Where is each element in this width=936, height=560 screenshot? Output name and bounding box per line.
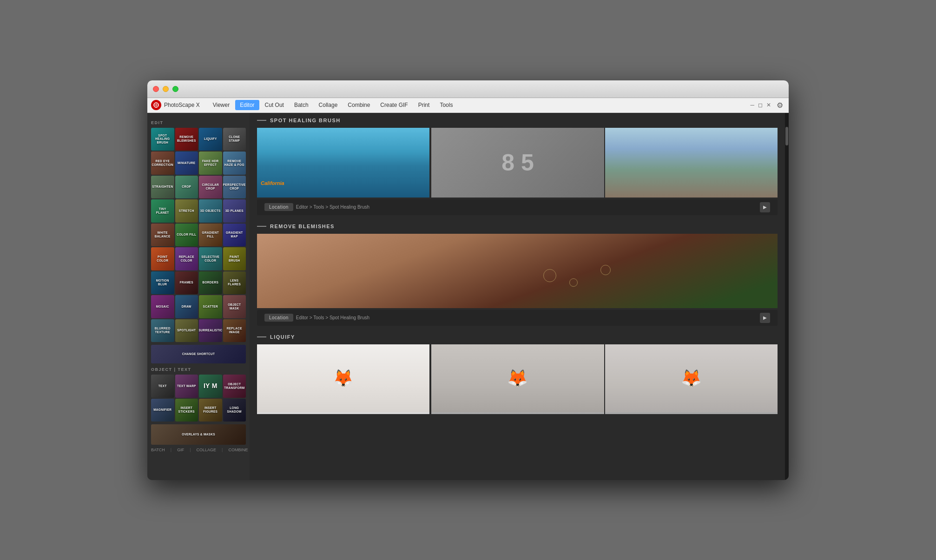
bottom-link-gif[interactable]: GIF bbox=[177, 448, 184, 452]
tool-selective-color[interactable]: SELECTIVE COLOR bbox=[199, 247, 222, 270]
tool-gradient-map[interactable]: GRADIENT MAP bbox=[223, 224, 246, 247]
tool-spot-healing[interactable]: SPOT HEALING BRUSH bbox=[151, 128, 174, 151]
tool-spotlight[interactable]: SPOTLIGHT bbox=[175, 319, 198, 343]
menu-viewer[interactable]: Viewer bbox=[208, 100, 234, 110]
location-button[interactable]: Location bbox=[264, 203, 293, 211]
preview-remove-blemishes-images bbox=[250, 234, 785, 308]
tool-text-warp[interactable]: TEXT WARP bbox=[175, 375, 198, 398]
preview-spot-healing: SPOT HEALING BRUSH 8 5 bbox=[250, 113, 785, 219]
tool-perspective-crop[interactable]: PERSPECTIVE CROP bbox=[223, 176, 246, 199]
preview-liquify-title: LIQUIFY bbox=[270, 334, 295, 340]
tool-point-color[interactable]: POINT COLOR bbox=[151, 247, 174, 270]
bottom-link-collage[interactable]: COLLAGE bbox=[197, 448, 217, 452]
menu-creategif[interactable]: Create GIF bbox=[376, 100, 412, 110]
tool-insert-figures[interactable]: INSERT FIGURES bbox=[199, 399, 222, 422]
preview-remove-blemishes-locationbar: Location Editor > Tools > Spot Healing B… bbox=[257, 310, 778, 326]
preview-spot-healing-images: 8 5 bbox=[250, 128, 785, 198]
menu-combine[interactable]: Combine bbox=[343, 100, 375, 110]
edit-tools-grid: SPOT HEALING BRUSH REMOVE BLEMISHES LIQU… bbox=[151, 128, 246, 343]
win-close[interactable]: ✕ bbox=[766, 102, 771, 108]
tool-object-transform[interactable]: OBJECT TRANSFORM bbox=[223, 375, 246, 398]
scrollbar[interactable] bbox=[785, 113, 789, 480]
preview-liquify-header: LIQUIFY bbox=[250, 329, 785, 344]
preview-spot-healing-title: SPOT HEALING BRUSH bbox=[270, 118, 341, 123]
tool-object-mask[interactable]: OBJECT MASK bbox=[223, 295, 246, 318]
tool-change-shortcut[interactable]: CHANGE SHORTCUT bbox=[151, 345, 246, 363]
tool-magnifier[interactable]: MAGNIFIER bbox=[151, 399, 174, 422]
settings-icon[interactable]: ⚙ bbox=[775, 99, 785, 112]
preview-img-fox3: 🦊 bbox=[605, 344, 778, 414]
tool-crop[interactable]: CROP bbox=[175, 176, 198, 199]
tool-lens-flares[interactable]: LENS FLARES bbox=[223, 271, 246, 295]
menu-print[interactable]: Print bbox=[414, 100, 435, 110]
bottom-link-combine[interactable]: COMBINE bbox=[228, 448, 248, 452]
menubar-right: ─ ◻ ✕ ⚙ bbox=[750, 99, 785, 112]
minimize-button[interactable] bbox=[163, 86, 169, 92]
tool-surrealistic[interactable]: SURREALISTIC bbox=[199, 319, 222, 343]
tool-gradient-fill[interactable]: GRADIENT FILL bbox=[199, 224, 222, 247]
tool-remove-blemishes[interactable]: REMOVE BLEMISHES bbox=[175, 128, 198, 151]
menu-batch[interactable]: Batch bbox=[290, 100, 313, 110]
tool-circular-crop[interactable]: CIRCULAR CROP bbox=[199, 176, 222, 199]
play-button-2[interactable]: ▶ bbox=[760, 313, 770, 323]
win-restore[interactable]: ◻ bbox=[758, 102, 763, 108]
menu-tools[interactable]: Tools bbox=[435, 100, 457, 110]
tool-mosaic[interactable]: MOSAIC bbox=[151, 295, 174, 318]
tool-3d-planes[interactable]: 3D PLANES bbox=[223, 199, 246, 223]
menubar: PhotoScape X Viewer Editor Cut Out Batch… bbox=[147, 98, 789, 113]
titlebar bbox=[147, 80, 789, 98]
tool-straighten[interactable]: STRAIGHTEN bbox=[151, 176, 174, 199]
bottom-link-batch[interactable]: BATCH bbox=[151, 448, 165, 452]
tool-text-mask[interactable]: IY M bbox=[199, 375, 222, 398]
location-path-text-2: Editor > Tools > Spot Healing Brush bbox=[296, 315, 760, 320]
tool-draw[interactable]: DRAW bbox=[175, 295, 198, 318]
main-content: EDIT SPOT HEALING BRUSH REMOVE BLEMISHES… bbox=[147, 113, 789, 480]
tool-replace-color[interactable]: REPLACE COLOR bbox=[175, 247, 198, 270]
preview-remove-blemishes-header: REMOVE BLEMISHES bbox=[250, 219, 785, 234]
maximize-button[interactable] bbox=[172, 86, 178, 92]
preview-img-face bbox=[257, 234, 778, 308]
preview-spot-healing-header: SPOT HEALING BRUSH bbox=[250, 113, 785, 128]
tool-frames[interactable]: FRAMES bbox=[175, 271, 198, 295]
tool-motion-blur[interactable]: MOTION BLUR bbox=[151, 271, 174, 295]
tool-text[interactable]: TEXT bbox=[151, 375, 174, 398]
tool-borders[interactable]: BORDERS bbox=[199, 271, 222, 295]
tool-replace-image[interactable]: REPLACE IMAGE bbox=[223, 319, 246, 343]
location-path-text: Editor > Tools > Spot Healing Brush bbox=[296, 204, 760, 210]
tool-tiny-planet[interactable]: TINY PLANET bbox=[151, 199, 174, 223]
preview-remove-blemishes-title: REMOVE BLEMISHES bbox=[270, 224, 335, 229]
close-button[interactable] bbox=[153, 86, 159, 92]
preview-img-numbers: 8 5 bbox=[431, 128, 604, 198]
tool-remove-haze[interactable]: REMOVE HAZE & FOG bbox=[223, 152, 246, 175]
menu-collage[interactable]: Collage bbox=[314, 100, 343, 110]
app-logo bbox=[151, 100, 161, 110]
preview-img-fox2: 🦊 bbox=[431, 344, 604, 414]
tool-long-shadow[interactable]: LONG SHADOW bbox=[223, 399, 246, 422]
window-controls bbox=[153, 86, 178, 92]
win-minimize[interactable]: ─ bbox=[750, 102, 754, 108]
tool-color-fill[interactable]: COLOR FILL bbox=[175, 224, 198, 247]
app-name: PhotoScape X bbox=[164, 102, 200, 108]
tool-scatter[interactable]: SCATTER bbox=[199, 295, 222, 318]
tools-panel: EDIT SPOT HEALING BRUSH REMOVE BLEMISHES… bbox=[147, 113, 250, 480]
preview-spot-healing-locationbar: Location Editor > Tools > Spot Healing B… bbox=[257, 199, 778, 215]
tool-miniature[interactable]: MINIATURE bbox=[175, 152, 198, 175]
tool-blurred-texture[interactable]: BLURRED TEXTURE bbox=[151, 319, 174, 343]
location-button-2[interactable]: Location bbox=[264, 314, 293, 322]
header-line-2 bbox=[257, 226, 266, 227]
tool-white-balance[interactable]: WHITE BALANCE bbox=[151, 224, 174, 247]
tool-stretch[interactable]: STRETCH bbox=[175, 199, 198, 223]
menu-editor[interactable]: Editor bbox=[235, 100, 259, 110]
tool-liquify[interactable]: LIQUIFY bbox=[199, 128, 222, 151]
tool-insert-stickers[interactable]: INSERT STICKERS bbox=[175, 399, 198, 422]
edit-section-label: EDIT bbox=[151, 120, 246, 125]
tool-fake-hdr[interactable]: FAKE HDR EFFECT bbox=[199, 152, 222, 175]
tool-3d-objects[interactable]: 3D OBJECTS bbox=[199, 199, 222, 223]
header-line-3 bbox=[257, 336, 266, 337]
tool-clone-stamp[interactable]: CLONE STAMP bbox=[223, 128, 246, 151]
tool-overlays-masks[interactable]: OVERLAYS & MASKS bbox=[151, 424, 246, 445]
tool-paint-brush[interactable]: PAINT BRUSH bbox=[223, 247, 246, 270]
tool-red-eye[interactable]: RED EYE CORRECTION bbox=[151, 152, 174, 175]
play-button[interactable]: ▶ bbox=[760, 202, 770, 212]
menu-cutout[interactable]: Cut Out bbox=[260, 100, 289, 110]
